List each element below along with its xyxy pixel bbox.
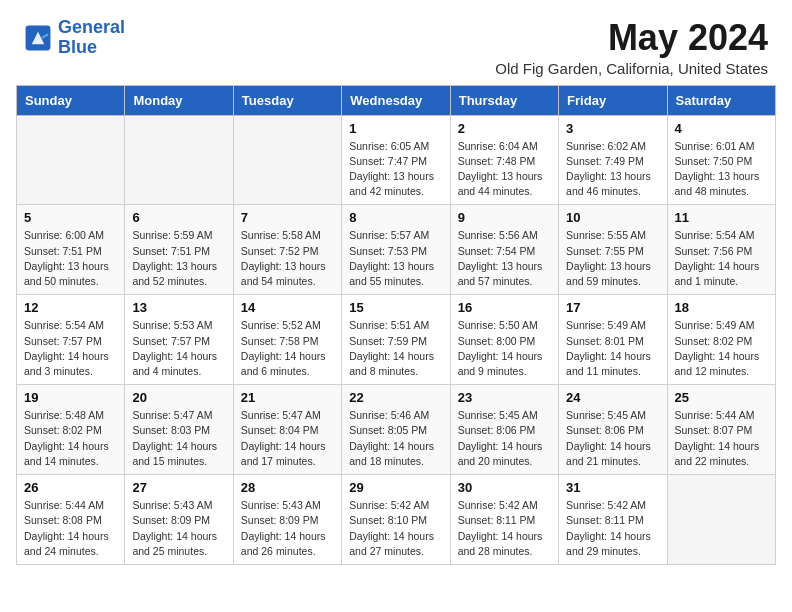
day-info: Sunrise: 5:47 AM Sunset: 8:04 PM Dayligh… <box>241 408 334 469</box>
calendar-day-cell: 4Sunrise: 6:01 AM Sunset: 7:50 PM Daylig… <box>667 115 775 205</box>
page-header: General Blue May 2024 Old Fig Garden, Ca… <box>0 0 792 85</box>
day-number: 11 <box>675 210 768 225</box>
day-info: Sunrise: 6:02 AM Sunset: 7:49 PM Dayligh… <box>566 139 659 200</box>
calendar-day-cell: 12Sunrise: 5:54 AM Sunset: 7:57 PM Dayli… <box>17 295 125 385</box>
day-number: 24 <box>566 390 659 405</box>
day-info: Sunrise: 6:01 AM Sunset: 7:50 PM Dayligh… <box>675 139 768 200</box>
calendar-week-row: 5Sunrise: 6:00 AM Sunset: 7:51 PM Daylig… <box>17 205 776 295</box>
day-number: 2 <box>458 121 551 136</box>
day-number: 28 <box>241 480 334 495</box>
calendar-day-cell: 10Sunrise: 5:55 AM Sunset: 7:55 PM Dayli… <box>559 205 667 295</box>
day-info: Sunrise: 5:56 AM Sunset: 7:54 PM Dayligh… <box>458 228 551 289</box>
month-title: May 2024 <box>495 18 768 58</box>
day-info: Sunrise: 5:45 AM Sunset: 8:06 PM Dayligh… <box>458 408 551 469</box>
day-info: Sunrise: 5:43 AM Sunset: 8:09 PM Dayligh… <box>132 498 225 559</box>
day-info: Sunrise: 5:59 AM Sunset: 7:51 PM Dayligh… <box>132 228 225 289</box>
calendar-day-cell <box>667 475 775 565</box>
day-number: 1 <box>349 121 442 136</box>
day-number: 6 <box>132 210 225 225</box>
day-number: 14 <box>241 300 334 315</box>
day-number: 4 <box>675 121 768 136</box>
day-info: Sunrise: 5:49 AM Sunset: 8:02 PM Dayligh… <box>675 318 768 379</box>
weekday-header-cell: Saturday <box>667 85 775 115</box>
day-info: Sunrise: 5:49 AM Sunset: 8:01 PM Dayligh… <box>566 318 659 379</box>
day-number: 9 <box>458 210 551 225</box>
calendar-wrapper: SundayMondayTuesdayWednesdayThursdayFrid… <box>0 85 792 581</box>
day-info: Sunrise: 5:48 AM Sunset: 8:02 PM Dayligh… <box>24 408 117 469</box>
calendar-day-cell: 18Sunrise: 5:49 AM Sunset: 8:02 PM Dayli… <box>667 295 775 385</box>
calendar-week-row: 19Sunrise: 5:48 AM Sunset: 8:02 PM Dayli… <box>17 385 776 475</box>
day-info: Sunrise: 5:53 AM Sunset: 7:57 PM Dayligh… <box>132 318 225 379</box>
day-number: 17 <box>566 300 659 315</box>
calendar-day-cell: 28Sunrise: 5:43 AM Sunset: 8:09 PM Dayli… <box>233 475 341 565</box>
day-number: 16 <box>458 300 551 315</box>
day-number: 8 <box>349 210 442 225</box>
day-number: 3 <box>566 121 659 136</box>
calendar-day-cell: 27Sunrise: 5:43 AM Sunset: 8:09 PM Dayli… <box>125 475 233 565</box>
day-info: Sunrise: 5:50 AM Sunset: 8:00 PM Dayligh… <box>458 318 551 379</box>
day-number: 30 <box>458 480 551 495</box>
weekday-header-cell: Wednesday <box>342 85 450 115</box>
day-info: Sunrise: 5:54 AM Sunset: 7:57 PM Dayligh… <box>24 318 117 379</box>
day-number: 5 <box>24 210 117 225</box>
weekday-header-cell: Monday <box>125 85 233 115</box>
day-number: 29 <box>349 480 442 495</box>
calendar-day-cell: 21Sunrise: 5:47 AM Sunset: 8:04 PM Dayli… <box>233 385 341 475</box>
calendar-day-cell <box>17 115 125 205</box>
day-number: 23 <box>458 390 551 405</box>
calendar-week-row: 1Sunrise: 6:05 AM Sunset: 7:47 PM Daylig… <box>17 115 776 205</box>
location-subtitle: Old Fig Garden, California, United State… <box>495 60 768 77</box>
day-info: Sunrise: 6:05 AM Sunset: 7:47 PM Dayligh… <box>349 139 442 200</box>
day-info: Sunrise: 5:54 AM Sunset: 7:56 PM Dayligh… <box>675 228 768 289</box>
weekday-header-cell: Friday <box>559 85 667 115</box>
calendar-day-cell: 15Sunrise: 5:51 AM Sunset: 7:59 PM Dayli… <box>342 295 450 385</box>
day-info: Sunrise: 5:58 AM Sunset: 7:52 PM Dayligh… <box>241 228 334 289</box>
calendar-week-row: 26Sunrise: 5:44 AM Sunset: 8:08 PM Dayli… <box>17 475 776 565</box>
calendar-day-cell: 30Sunrise: 5:42 AM Sunset: 8:11 PM Dayli… <box>450 475 558 565</box>
day-number: 22 <box>349 390 442 405</box>
day-info: Sunrise: 5:42 AM Sunset: 8:11 PM Dayligh… <box>458 498 551 559</box>
calendar-day-cell <box>233 115 341 205</box>
day-number: 18 <box>675 300 768 315</box>
calendar-day-cell: 7Sunrise: 5:58 AM Sunset: 7:52 PM Daylig… <box>233 205 341 295</box>
calendar-day-cell: 29Sunrise: 5:42 AM Sunset: 8:10 PM Dayli… <box>342 475 450 565</box>
day-number: 20 <box>132 390 225 405</box>
calendar-day-cell: 13Sunrise: 5:53 AM Sunset: 7:57 PM Dayli… <box>125 295 233 385</box>
day-info: Sunrise: 5:45 AM Sunset: 8:06 PM Dayligh… <box>566 408 659 469</box>
logo-text: General Blue <box>58 18 125 58</box>
day-number: 13 <box>132 300 225 315</box>
calendar-day-cell: 5Sunrise: 6:00 AM Sunset: 7:51 PM Daylig… <box>17 205 125 295</box>
calendar-day-cell: 24Sunrise: 5:45 AM Sunset: 8:06 PM Dayli… <box>559 385 667 475</box>
day-info: Sunrise: 5:42 AM Sunset: 8:11 PM Dayligh… <box>566 498 659 559</box>
day-info: Sunrise: 5:51 AM Sunset: 7:59 PM Dayligh… <box>349 318 442 379</box>
weekday-header-cell: Tuesday <box>233 85 341 115</box>
calendar-day-cell: 8Sunrise: 5:57 AM Sunset: 7:53 PM Daylig… <box>342 205 450 295</box>
day-number: 10 <box>566 210 659 225</box>
day-info: Sunrise: 5:44 AM Sunset: 8:07 PM Dayligh… <box>675 408 768 469</box>
weekday-header-cell: Thursday <box>450 85 558 115</box>
day-info: Sunrise: 5:43 AM Sunset: 8:09 PM Dayligh… <box>241 498 334 559</box>
day-number: 15 <box>349 300 442 315</box>
day-info: Sunrise: 5:57 AM Sunset: 7:53 PM Dayligh… <box>349 228 442 289</box>
calendar-week-row: 12Sunrise: 5:54 AM Sunset: 7:57 PM Dayli… <box>17 295 776 385</box>
day-info: Sunrise: 6:00 AM Sunset: 7:51 PM Dayligh… <box>24 228 117 289</box>
day-number: 27 <box>132 480 225 495</box>
day-info: Sunrise: 5:46 AM Sunset: 8:05 PM Dayligh… <box>349 408 442 469</box>
day-info: Sunrise: 5:44 AM Sunset: 8:08 PM Dayligh… <box>24 498 117 559</box>
day-info: Sunrise: 5:55 AM Sunset: 7:55 PM Dayligh… <box>566 228 659 289</box>
calendar-day-cell: 26Sunrise: 5:44 AM Sunset: 8:08 PM Dayli… <box>17 475 125 565</box>
calendar-day-cell <box>125 115 233 205</box>
calendar-day-cell: 3Sunrise: 6:02 AM Sunset: 7:49 PM Daylig… <box>559 115 667 205</box>
title-block: May 2024 Old Fig Garden, California, Uni… <box>495 18 768 77</box>
calendar-day-cell: 1Sunrise: 6:05 AM Sunset: 7:47 PM Daylig… <box>342 115 450 205</box>
calendar-day-cell: 25Sunrise: 5:44 AM Sunset: 8:07 PM Dayli… <box>667 385 775 475</box>
calendar-day-cell: 9Sunrise: 5:56 AM Sunset: 7:54 PM Daylig… <box>450 205 558 295</box>
calendar-day-cell: 14Sunrise: 5:52 AM Sunset: 7:58 PM Dayli… <box>233 295 341 385</box>
day-number: 31 <box>566 480 659 495</box>
day-info: Sunrise: 5:47 AM Sunset: 8:03 PM Dayligh… <box>132 408 225 469</box>
calendar-day-cell: 6Sunrise: 5:59 AM Sunset: 7:51 PM Daylig… <box>125 205 233 295</box>
calendar-day-cell: 19Sunrise: 5:48 AM Sunset: 8:02 PM Dayli… <box>17 385 125 475</box>
calendar-day-cell: 23Sunrise: 5:45 AM Sunset: 8:06 PM Dayli… <box>450 385 558 475</box>
weekday-header-cell: Sunday <box>17 85 125 115</box>
calendar-day-cell: 20Sunrise: 5:47 AM Sunset: 8:03 PM Dayli… <box>125 385 233 475</box>
